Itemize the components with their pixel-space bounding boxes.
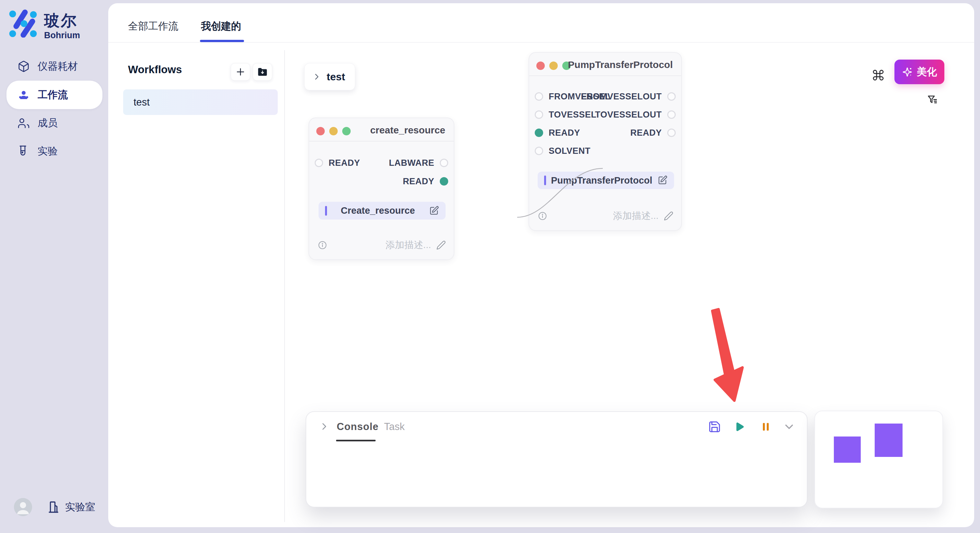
- node-title: PumpTransferProtocol: [568, 59, 673, 70]
- input-port-tovessel[interactable]: [535, 110, 543, 119]
- node-header[interactable]: PumpTransferProtocol: [529, 53, 681, 76]
- filter-button[interactable]: [926, 94, 939, 107]
- play-icon[interactable]: [732, 420, 745, 433]
- plus-icon: [235, 67, 246, 78]
- output-port-fromvesselout[interactable]: [667, 92, 676, 101]
- task-tab[interactable]: Task: [384, 421, 405, 433]
- panel-divider: [284, 50, 285, 522]
- console-header: Console Task: [306, 412, 807, 442]
- sidebar-item-label: 实验: [38, 144, 58, 158]
- node-create-resource[interactable]: create_resource READY LABWARE READY Crea…: [309, 117, 454, 260]
- user-avatar[interactable]: [14, 498, 32, 516]
- node-function-pill[interactable]: Create_resource: [318, 202, 445, 219]
- test-tube-icon: [18, 145, 30, 157]
- yellow-dot-icon: [549, 62, 558, 70]
- traffic-dots-icon: [316, 127, 351, 135]
- sidebar: 玻尔 Bohrium 仪器耗材 工作流 成员: [0, 0, 108, 533]
- traffic-dots-icon: [536, 62, 571, 70]
- command-icon: [872, 69, 885, 82]
- import-workflow-button[interactable]: [253, 63, 272, 81]
- building-icon: [47, 500, 60, 514]
- sidebar-item-label: 成员: [38, 116, 58, 130]
- port-label: READY: [549, 128, 580, 138]
- sidebar-item-label: 仪器耗材: [38, 60, 78, 73]
- main-panel: 全部工作流 我创建的 Workflows test test 美化: [108, 3, 974, 527]
- person-icon: [14, 498, 32, 516]
- console-panel: Console Task: [305, 411, 808, 508]
- output-port-labware[interactable]: [440, 159, 448, 167]
- brand-name-en: Bohrium: [44, 30, 80, 40]
- yellow-dot-icon: [329, 127, 338, 135]
- minimap[interactable]: [815, 411, 943, 508]
- port-label: FROMVESSELOUT: [581, 92, 662, 102]
- folder-import-icon: [257, 66, 268, 78]
- workflow-list-item-test[interactable]: test: [123, 89, 278, 115]
- workflow-item-label: test: [134, 97, 150, 108]
- output-port-tovesselout[interactable]: [667, 110, 676, 119]
- info-icon[interactable]: [318, 240, 327, 250]
- pill-label: Create_resource: [327, 205, 429, 216]
- people-icon: [18, 89, 30, 101]
- brand-logo: 玻尔 Bohrium: [9, 9, 80, 40]
- port-label: READY: [630, 128, 662, 138]
- sparkles-icon: [902, 67, 913, 78]
- beautify-button[interactable]: 美化: [894, 60, 944, 84]
- input-port-ready[interactable]: [535, 128, 543, 137]
- breadcrumb-label: test: [327, 71, 345, 83]
- save-icon[interactable]: [708, 420, 721, 433]
- tab-my-created[interactable]: 我创建的: [201, 19, 241, 33]
- bohrium-logo-icon: [9, 9, 38, 38]
- port-label: TOVESSEL: [549, 110, 597, 119]
- pencil-icon[interactable]: [664, 211, 673, 221]
- canvas-breadcrumb-test[interactable]: test: [304, 63, 355, 90]
- sidebar-item-label: 工作流: [38, 88, 68, 102]
- tab-all-workflows[interactable]: 全部工作流: [128, 19, 178, 33]
- filter-icon: [926, 94, 939, 107]
- description-placeholder[interactable]: 添加描述...: [613, 209, 659, 222]
- lab-switcher[interactable]: 实验室: [47, 500, 95, 514]
- pencil-icon[interactable]: [436, 240, 446, 250]
- node-pump-transfer-protocol[interactable]: PumpTransferProtocol FROMVESSEL FROMVESS…: [528, 52, 682, 231]
- console-active-underline: [336, 440, 375, 441]
- workflow-tabs: 全部工作流 我创建的: [108, 3, 974, 43]
- layout-command-button[interactable]: [872, 69, 885, 82]
- brand-name-zh: 玻尔: [44, 11, 80, 30]
- input-port-ready[interactable]: [315, 159, 323, 167]
- port-label: READY: [403, 176, 434, 186]
- port-label: TOVESSELOUT: [595, 110, 662, 119]
- sidebar-item-experiments[interactable]: 实验: [6, 137, 102, 165]
- minimap-node-box: [875, 424, 902, 457]
- users-icon: [18, 117, 30, 129]
- chevron-right-icon[interactable]: [319, 422, 329, 431]
- beautify-label: 美化: [917, 65, 937, 79]
- minimap-node-box: [834, 436, 861, 463]
- red-dot-icon: [316, 127, 325, 135]
- description-placeholder[interactable]: 添加描述...: [386, 239, 431, 252]
- workflows-panel-title: Workflows: [128, 63, 182, 76]
- port-label: SOLVENT: [549, 146, 590, 156]
- lab-label: 实验室: [65, 500, 95, 514]
- chevron-right-icon: [312, 73, 321, 81]
- console-tab[interactable]: Console: [337, 421, 379, 433]
- input-port-solvent[interactable]: [535, 147, 543, 155]
- output-port-ready[interactable]: [440, 177, 448, 186]
- green-dot-icon: [342, 127, 351, 135]
- red-dot-icon: [536, 62, 545, 70]
- pause-icon[interactable]: [759, 420, 772, 433]
- sidebar-item-instruments[interactable]: 仪器耗材: [6, 52, 102, 81]
- input-port-fromvessel[interactable]: [535, 92, 543, 101]
- output-port-ready[interactable]: [667, 128, 676, 137]
- node-title: create_resource: [370, 125, 445, 136]
- sidebar-item-members[interactable]: 成员: [6, 109, 102, 137]
- package-icon: [18, 60, 30, 73]
- sidebar-item-workflow[interactable]: 工作流: [6, 81, 102, 109]
- info-icon[interactable]: [538, 211, 547, 221]
- node-header[interactable]: create_resource: [309, 118, 454, 141]
- node-function-pill[interactable]: PumpTransferProtocol: [538, 171, 674, 189]
- edit-icon[interactable]: [429, 206, 439, 216]
- chevron-down-icon[interactable]: [783, 420, 795, 433]
- pill-label: PumpTransferProtocol: [546, 175, 657, 186]
- add-workflow-button[interactable]: [231, 63, 250, 81]
- edit-icon[interactable]: [657, 175, 668, 186]
- active-tab-underline: [200, 40, 244, 42]
